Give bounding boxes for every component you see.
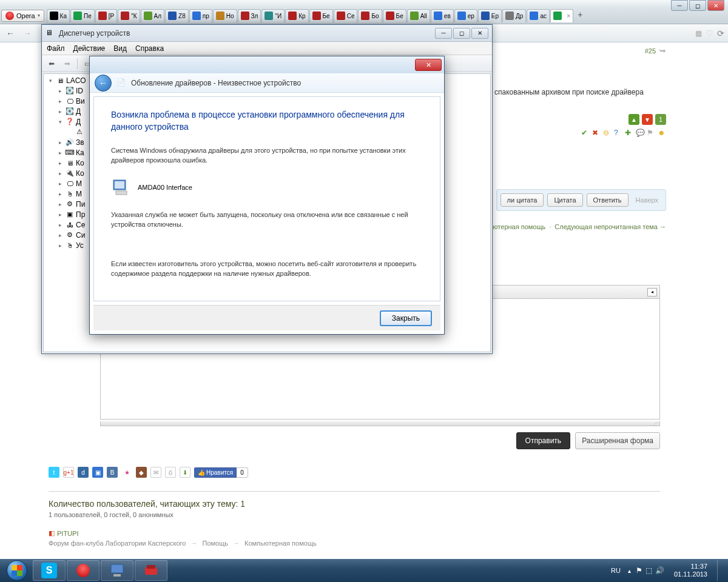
forward-button[interactable]: → [21, 27, 34, 40]
tree-expander-icon[interactable]: ▸ [57, 232, 64, 238]
tree-expander-icon[interactable]: ▸ [57, 159, 64, 166]
browser-tab[interactable]: ев [431, 9, 454, 22]
menu-action[interactable]: Действие [73, 44, 106, 53]
browser-tab[interactable]: All [407, 9, 430, 22]
menu-file[interactable]: Файл [47, 44, 65, 53]
editor-toggle-button[interactable]: ◂ [647, 288, 657, 296]
toolbar-forward-button[interactable]: ➡ [60, 57, 75, 70]
browser-tab[interactable]: ер [454, 9, 477, 22]
favorite-icon[interactable]: ♡ [706, 28, 713, 38]
back-button[interactable]: ← [4, 27, 17, 40]
gplus-icon[interactable]: g+1 [63, 467, 74, 478]
new-tab-button[interactable]: + [574, 10, 586, 22]
tree-expander-icon[interactable]: ▸ [57, 180, 64, 187]
crumb-section[interactable]: ьютерная помощь [490, 223, 546, 230]
browser-tab[interactable]: Бе [309, 9, 333, 22]
browser-tab[interactable]: Пе [70, 9, 95, 22]
facebook-like[interactable]: 👍Нравится 0 [194, 467, 248, 478]
advanced-form-button[interactable]: Расширенная форма [575, 432, 660, 449]
vk-icon[interactable]: B [107, 467, 118, 478]
submit-button[interactable]: Отправить [516, 432, 571, 449]
browser-tab[interactable]: Но [213, 9, 237, 22]
browser-tab[interactable]: Бе [383, 9, 406, 22]
tab-close-icon[interactable]: × [567, 12, 570, 19]
help-icon[interactable]: ? [614, 129, 622, 137]
dialog-titlebar-close-button[interactable]: ✕ [415, 59, 442, 71]
devmgr-minimize-button[interactable]: ─ [435, 28, 452, 39]
reader-user[interactable]: ◧ PITUPI [49, 529, 660, 537]
tree-expander-icon[interactable]: ▾ [57, 118, 64, 125]
face-icon[interactable]: ☻ [658, 129, 666, 137]
browser-tab[interactable]: Z8 [165, 9, 189, 22]
delicious-icon[interactable]: ▣ [92, 467, 103, 478]
tree-expander-icon[interactable] [67, 129, 73, 135]
chat-icon[interactable]: 💬 [636, 129, 644, 137]
vote-up-button[interactable]: ▲ [629, 114, 639, 125]
quote-button[interactable]: Цитата [547, 193, 582, 207]
browser-tab[interactable]: Др [502, 9, 526, 22]
start-button[interactable] [2, 560, 32, 581]
plus-icon[interactable]: ✚ [625, 129, 633, 137]
crumb-help[interactable]: Помощь [202, 540, 228, 547]
browser-tab[interactable]: ас [527, 9, 550, 22]
opera-menu-button[interactable]: Opera ▾ [1, 10, 44, 22]
tray-expand-icon[interactable]: ▴ [628, 567, 631, 574]
download-icon[interactable]: ⬇ [180, 467, 190, 478]
tree-expander-icon[interactable]: ▸ [57, 221, 64, 228]
top-link[interactable]: Наверх [632, 194, 662, 206]
browser-tab[interactable]: Се [334, 9, 358, 22]
answer-button[interactable]: Ответить [587, 193, 629, 207]
browser-tab[interactable]: Ал [141, 9, 165, 22]
multiquote-button[interactable]: ли цитата [500, 193, 544, 207]
tree-expander-icon[interactable]: ▸ [57, 211, 64, 218]
browser-tab[interactable]: "К [118, 9, 140, 22]
browser-maximize-button[interactable]: ◻ [689, 0, 706, 11]
taskbar-opera[interactable] [67, 560, 99, 581]
digg-icon[interactable]: d [78, 467, 89, 478]
star-icon[interactable]: ★ [121, 467, 132, 478]
flag-icon[interactable]: ⚑ [647, 129, 655, 137]
taskbar-clock[interactable]: 11:37 01.11.2013 [669, 563, 712, 578]
devmgr-titlebar[interactable]: 🖥 Диспетчер устройств ─ ◻ ✕ [42, 25, 492, 42]
browser-tab[interactable]: Ка [47, 9, 70, 22]
menu-help[interactable]: Справка [135, 44, 164, 53]
crumb-next[interactable]: Следующая непрочитанная тема → [554, 223, 666, 230]
taskbar-skype[interactable]: S [33, 560, 66, 581]
post-number-link[interactable]: #25 [645, 47, 656, 55]
taskbar-app4[interactable] [135, 560, 167, 581]
tree-expander-icon[interactable]: ▸ [57, 149, 64, 156]
browser-tab[interactable]: Ер [478, 9, 502, 22]
browser-tab[interactable]: Кр [285, 9, 308, 22]
vote-down-button[interactable]: ▼ [642, 114, 653, 125]
crumb-home[interactable]: Форум фан-клуба Лаборатории Касперского [49, 540, 186, 547]
tree-expander-icon[interactable]: ▸ [57, 139, 64, 146]
tree-expander-icon[interactable]: ▸ [57, 87, 64, 94]
browser-minimize-button[interactable]: ─ [671, 0, 688, 11]
browser-tab[interactable]: Зл [238, 9, 261, 22]
tree-expander-icon[interactable]: ▸ [57, 108, 64, 115]
tree-expander-icon[interactable]: ▸ [57, 98, 64, 104]
toolbar-back-button[interactable]: ⬅ [44, 57, 59, 70]
dialog-close-button[interactable]: Закрыть [380, 310, 432, 326]
mail-icon[interactable]: ✉ [150, 467, 161, 478]
language-indicator[interactable]: RU [608, 566, 623, 575]
taskbar-devmgr[interactable] [101, 560, 133, 581]
tree-expander-icon[interactable]: ▸ [57, 201, 64, 207]
editor-resize-handle[interactable]: ⋰ [100, 421, 660, 426]
dialog-back-button[interactable]: ← [95, 75, 112, 92]
browser-close-button[interactable]: ✕ [707, 0, 724, 11]
browser-tab[interactable]: × [550, 9, 573, 22]
share-icon[interactable]: ⮩ [659, 47, 666, 55]
devmgr-close-button[interactable]: ✕ [471, 28, 488, 39]
browser-tab[interactable]: [P [95, 9, 117, 22]
tree-expander-icon[interactable]: ▸ [57, 190, 64, 197]
misc-share-icon[interactable]: ◆ [136, 467, 147, 478]
tree-expander-icon[interactable]: ▾ [47, 77, 54, 84]
show-desktop-button[interactable] [717, 560, 724, 581]
devmgr-maximize-button[interactable]: ◻ [453, 28, 470, 39]
crumb-comphelp[interactable]: Компьютерная помощь [244, 540, 317, 547]
browser-tab[interactable]: "И [261, 9, 285, 22]
bookmarks-icon[interactable]: ▦ [695, 29, 702, 38]
check-icon[interactable]: ✔ [581, 129, 590, 137]
dialog-titlebar[interactable]: ✕ [90, 56, 444, 73]
